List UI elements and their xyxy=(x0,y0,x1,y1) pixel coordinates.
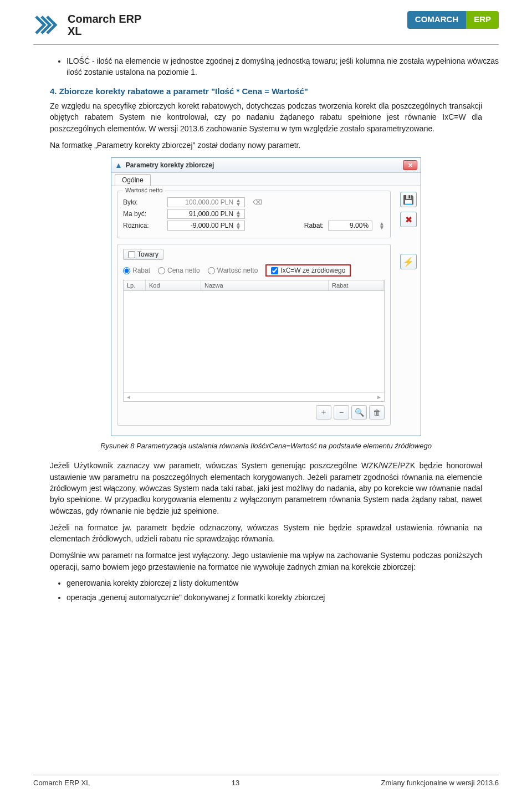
dialog-tabbar: Ogólne xyxy=(111,173,421,186)
figure-caption: Rysunek 8 Parametryzacja ustalania równa… xyxy=(50,442,482,450)
towary-checkbox[interactable] xyxy=(128,251,135,258)
brand-line1: Comarch ERP xyxy=(68,13,141,25)
checkbox-ixc[interactable] xyxy=(271,267,278,274)
badge-comarch: COMARCH xyxy=(407,11,466,29)
table-scrollbar[interactable]: ◄► xyxy=(124,392,384,401)
dialog-title: Parametry korekty zbiorczej xyxy=(126,161,214,169)
group-legend-netto: Wartość netto xyxy=(123,187,165,193)
label-roznica: Różnica: xyxy=(123,222,162,229)
dialog-body: Wartość netto Było: 100,000.00 PLN ▲▼ ⌫ … xyxy=(111,186,421,436)
spinner-icon[interactable]: ▲▼ xyxy=(379,222,385,229)
footer-right: Zmiany funkcjonalne w wersji 2013.6 xyxy=(381,779,499,787)
erp-badge: COMARCH ERP xyxy=(407,11,499,29)
badge-erp: ERP xyxy=(466,11,499,29)
towary-button[interactable]: Towary xyxy=(123,249,163,260)
dialog-sidebar: 💾 ✖ ⚡ xyxy=(396,186,421,436)
comarch-logo-icon xyxy=(33,11,61,39)
group-wartosc-netto: Wartość netto Było: 100,000.00 PLN ▲▼ ⌫ … xyxy=(117,191,391,238)
eraser-icon[interactable]: ⌫ xyxy=(253,198,262,206)
cancel-button[interactable]: ✖ xyxy=(400,212,417,227)
search-button[interactable]: 🔍 xyxy=(351,405,367,420)
group-towary: Towary Rabat Cena netto xyxy=(117,244,391,426)
th-nazwa: Nazwa xyxy=(201,280,329,290)
close-button[interactable]: ✕ xyxy=(403,160,417,170)
highlighted-checkbox-ixc: IxC=W ze źródłowego xyxy=(265,264,351,277)
radio-wartosc-netto[interactable]: Wartość netto xyxy=(208,267,258,274)
table-toolbar: ＋ − 🔍 🗑 xyxy=(123,405,385,420)
save-button[interactable]: 💾 xyxy=(400,192,417,207)
execute-button[interactable]: ⚡ xyxy=(400,254,417,269)
radio-cena-input[interactable] xyxy=(158,267,165,274)
footer-page-number: 13 xyxy=(232,779,239,787)
section-heading: 4. Zbiorcze korekty rabatowe a parametr … xyxy=(50,86,499,96)
spinner-icon[interactable]: ▲▼ xyxy=(236,222,241,229)
field-bylo: 100,000.00 PLN ▲▼ xyxy=(167,197,245,207)
delete-button[interactable]: 🗑 xyxy=(369,405,385,420)
th-kod: Kod xyxy=(146,280,201,290)
radio-wartosc-input[interactable] xyxy=(208,267,215,274)
table-header: Lp. Kod Nazwa Rabat xyxy=(123,280,385,291)
dialog-window: ▲ Parametry korekty zbiorczej ✕ Ogólne W… xyxy=(111,157,421,436)
radio-rabat[interactable]: Rabat xyxy=(123,267,150,274)
field-mabyc[interactable]: 91,000.00 PLN ▲▼ xyxy=(167,209,245,219)
value-bylo: 100,000.00 PLN xyxy=(185,198,233,206)
paragraph-3: Jeżeli Użytkownik zaznaczy ww parametr, … xyxy=(50,460,482,516)
value-roznica: -9,000.00 PLN xyxy=(191,222,233,229)
brand-block: Comarch ERP XL xyxy=(33,11,141,39)
radio-rabat-input[interactable] xyxy=(123,267,130,274)
bottom-bullet-list: generowania korekty zbiorczej z listy do… xyxy=(66,578,499,603)
page-footer: Comarch ERP XL 13 Zmiany funkcjonalne w … xyxy=(33,775,499,787)
label-ixc: IxC=W ze źródłowego xyxy=(280,267,345,274)
paragraph-5: Domyślnie ww parametr na formatce jest w… xyxy=(50,550,482,572)
th-lp: Lp. xyxy=(124,280,146,290)
bullet-ilosc: ILOŚĆ - ilość na elemencie w jednostce z… xyxy=(66,56,499,78)
table-body-empty: ◄► xyxy=(123,291,385,402)
radio-cena-netto[interactable]: Cena netto xyxy=(158,267,200,274)
field-roznica[interactable]: -9,000.00 PLN ▲▼ xyxy=(167,221,245,231)
spinner-icon[interactable]: ▲▼ xyxy=(236,210,241,218)
spinner-icon: ▲▼ xyxy=(236,198,241,206)
field-rabat[interactable]: 9.00% xyxy=(328,221,372,231)
page-header: Comarch ERP XL COMARCH ERP xyxy=(33,11,499,45)
dialog-figure: ▲ Parametry korekty zbiorczej ✕ Ogólne W… xyxy=(33,157,499,436)
app-icon: ▲ xyxy=(115,161,122,170)
bullet-gen-korekty: generowania korekty zbiorczej z listy do… xyxy=(66,578,499,589)
paragraph-4: Jeżeli na formatce jw. parametr będzie o… xyxy=(50,522,482,545)
value-rabat: 9.00% xyxy=(350,222,369,229)
label-bylo: Było: xyxy=(123,198,162,206)
bullet-operacja-generuj: operacja „generuj automatycznie" dokonyw… xyxy=(66,592,499,603)
footer-left: Comarch ERP XL xyxy=(33,779,90,787)
top-bullet-list: ILOŚĆ - ilość na elemencie w jednostce z… xyxy=(66,56,499,78)
add-button[interactable]: ＋ xyxy=(316,405,331,420)
towary-label: Towary xyxy=(137,250,158,258)
th-rabat: Rabat xyxy=(329,280,384,290)
tab-ogolne[interactable]: Ogólne xyxy=(115,174,151,186)
remove-button[interactable]: − xyxy=(334,405,349,420)
brand-line2: XL xyxy=(68,25,141,37)
dialog-titlebar: ▲ Parametry korekty zbiorczej ✕ xyxy=(111,158,421,173)
label-mabyc: Ma być: xyxy=(123,210,162,218)
value-mabyc: 91,000.00 PLN xyxy=(189,210,233,218)
paragraph-2: Na formatkę „Parametry korekty zbiorczej… xyxy=(50,140,482,151)
paragraph-1: Ze względu na specyfikę zbiorczych korek… xyxy=(50,100,482,134)
label-rabat: Rabat: xyxy=(304,222,324,229)
brand-text: Comarch ERP XL xyxy=(68,13,141,37)
